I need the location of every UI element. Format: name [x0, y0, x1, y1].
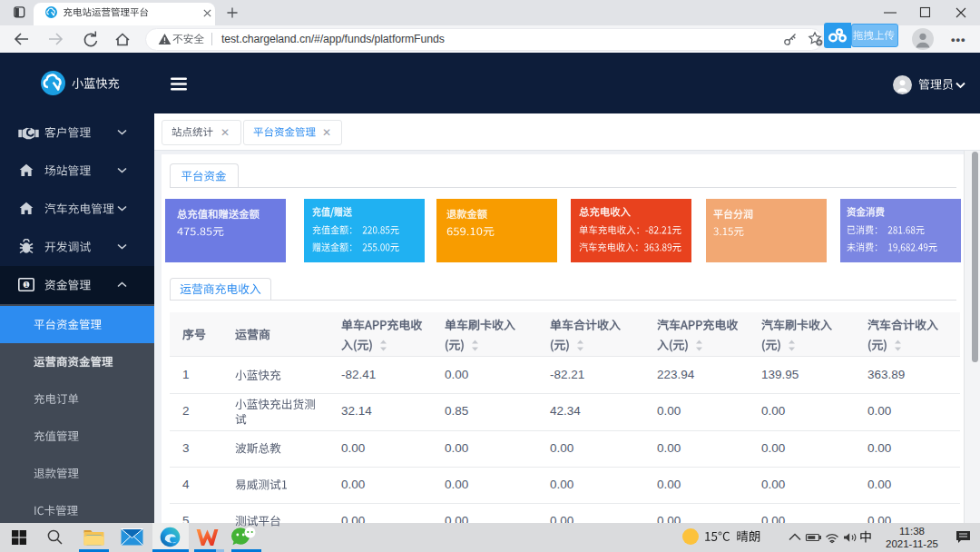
svg-text:1: 1 — [24, 281, 28, 288]
